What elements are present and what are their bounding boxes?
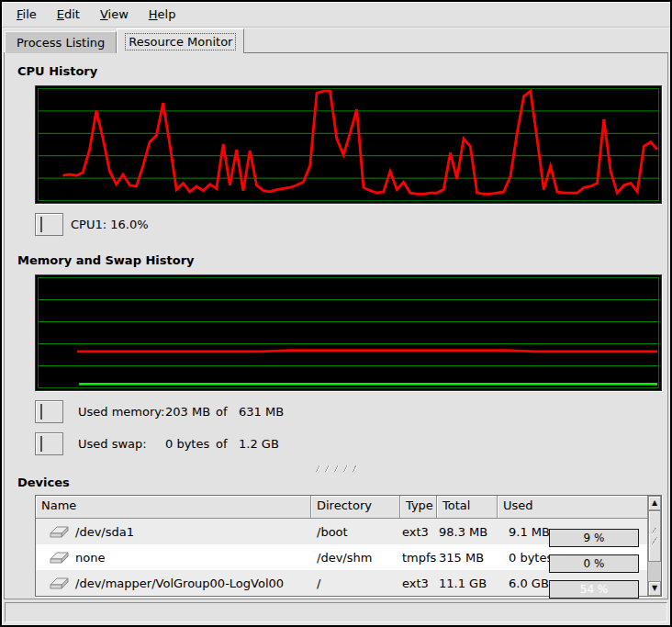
tab-process-listing[interactable]: Process Listing (5, 31, 117, 53)
column-header-used[interactable]: Used (498, 496, 647, 519)
device-name: /dev/mapper/VolGroup00-LogVol00 (75, 577, 284, 590)
tab-resource-monitor[interactable]: Resource Monitor (117, 28, 244, 53)
cpu-history-graph (35, 85, 662, 204)
hard-disk-icon (50, 551, 70, 565)
device-used: 6.0 GB (509, 577, 549, 590)
memory-color-swatch-button[interactable] (35, 400, 63, 423)
device-name: /dev/sda1 (75, 525, 134, 539)
tab-bar: Process Listing Resource Monitor (2, 28, 670, 53)
used-swap-total: 1.2 GB (239, 437, 655, 451)
device-directory: /boot (311, 525, 400, 539)
paned-resize-grip[interactable] (315, 463, 357, 474)
used-swap-of: of (216, 437, 239, 451)
menu-file[interactable]: File (7, 5, 46, 24)
table-row[interactable]: /dev/sda1 /boot ext3 98.3 MB 9.1 MB 9 % (36, 519, 647, 544)
column-header-type[interactable]: Type (400, 496, 437, 519)
usage-percent-label: 54 % (550, 581, 638, 598)
device-total: 11.1 GB (437, 577, 498, 590)
memory-swap-graph (35, 274, 662, 391)
usage-percent-label: 0 % (550, 555, 638, 572)
cpu-legend: CPU1: 16.0% (35, 213, 655, 236)
device-type: ext3 (400, 525, 437, 539)
used-swap-label: Used swap: (78, 437, 165, 451)
device-total: 98.3 MB (437, 525, 498, 539)
memory-color-swatch (40, 404, 42, 420)
used-swap-value: 0 bytes (165, 437, 216, 451)
device-used: 9.1 MB (509, 525, 550, 539)
cpu-color-swatch (40, 217, 42, 232)
menu-view[interactable]: View (91, 5, 138, 24)
device-used: 0 bytes (509, 551, 553, 565)
hard-disk-icon (50, 525, 70, 539)
device-type: ext3 (400, 577, 437, 590)
up-arrow-icon: ▲ (652, 499, 657, 507)
down-arrow-icon: ▼ (652, 585, 657, 592)
system-monitor-window: File Edit View Help Process Listing Reso… (0, 0, 672, 627)
swap-color-swatch (40, 436, 42, 452)
scroll-down-button[interactable]: ▼ (648, 581, 661, 596)
hard-disk-icon (50, 577, 70, 590)
devices-title: Devices (17, 476, 655, 489)
column-header-directory[interactable]: Directory (311, 496, 400, 519)
device-directory: / (311, 577, 400, 590)
table-row[interactable]: none /dev/shm tmpfs 315 MB 0 bytes 0 % (36, 544, 647, 570)
scrollbar-thumb[interactable] (648, 510, 661, 562)
usage-progressbar: 9 % (549, 529, 639, 547)
scroll-up-button[interactable]: ▲ (648, 496, 661, 510)
menu-help[interactable]: Help (140, 5, 185, 24)
cpu-color-swatch-button[interactable] (35, 213, 63, 236)
used-memory-value: 203 MB (165, 405, 216, 419)
device-type: tmpfs (400, 551, 437, 565)
used-memory-label: Used memory: (78, 405, 165, 419)
device-directory: /dev/shm (311, 551, 400, 565)
memory-swap-chart (37, 276, 660, 389)
used-memory-legend: Used memory: 203 MB of 631 MB (35, 400, 655, 423)
table-row[interactable]: /dev/mapper/VolGroup00-LogVol00 / ext3 1… (36, 570, 647, 596)
usage-progressbar: 0 % (549, 554, 639, 573)
usage-percent-label: 9 % (550, 530, 638, 546)
swap-color-swatch-button[interactable] (35, 432, 63, 455)
used-memory-total: 631 MB (239, 405, 655, 419)
used-swap-legend: Used swap: 0 bytes of 1.2 GB (35, 432, 655, 455)
device-name: none (75, 551, 105, 565)
scrollbar-trough[interactable] (648, 562, 661, 581)
resource-monitor-page: CPU History CPU1: 16.0% Memory and Swap … (4, 53, 668, 599)
tab-label: Process Listing (13, 34, 108, 51)
device-total: 315 MB (437, 551, 498, 565)
cpu-legend-label: CPU1: 16.0% (71, 218, 655, 231)
column-header-total[interactable]: Total (437, 496, 498, 519)
used-memory-of: of (216, 405, 239, 419)
devices-table-header: Name Directory Type Total Used (36, 496, 647, 519)
devices-table: Name Directory Type Total Used /dev/sda1 (35, 495, 662, 597)
statusbar (5, 602, 667, 622)
memory-history-title: Memory and Swap History (17, 253, 655, 267)
vertical-scrollbar[interactable]: ▲ ▼ (647, 496, 661, 596)
menu-edit[interactable]: Edit (48, 5, 89, 24)
column-header-name[interactable]: Name (36, 496, 311, 519)
menubar: File Edit View Help (2, 2, 670, 28)
usage-progressbar: 54 % (549, 580, 639, 599)
tab-label: Resource Monitor (125, 33, 236, 50)
cpu-history-chart (37, 87, 660, 202)
cpu-history-title: CPU History (17, 64, 655, 78)
